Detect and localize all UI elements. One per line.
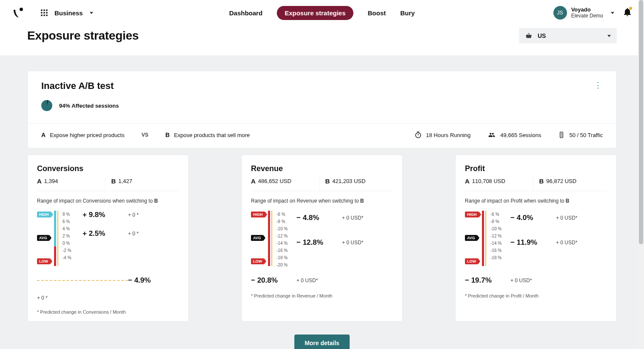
letter-b: B — [165, 132, 170, 138]
conversions-b-value: 1,427 — [118, 178, 132, 184]
variant-b-desc: Expose products that sell more — [174, 132, 250, 138]
avg-tag: AVG — [251, 235, 263, 241]
chevron-down-icon — [607, 35, 611, 37]
revenue-title: Revenue — [251, 164, 393, 173]
nav-exposure-strategies[interactable]: Exposure strategies — [277, 6, 353, 20]
profit-low-pct: − 19.7% — [465, 276, 510, 285]
market-select[interactable]: US — [519, 28, 617, 43]
profit-avg-pred: + 0 USD* — [556, 240, 607, 246]
running-time-text: 18 Hours Running — [426, 132, 471, 138]
conversions-avg-pred: + 0 * — [128, 231, 179, 237]
conversions-avg-pct: + 2.5% — [83, 229, 128, 238]
top-bar: Business Dashboard Exposure strategies B… — [0, 0, 644, 26]
svg-point-5 — [561, 136, 562, 137]
revenue-low-pred: + 0 USD* — [296, 277, 342, 283]
notification-dot — [629, 7, 632, 10]
scrollbar[interactable] — [638, 0, 644, 349]
high-tag: HIGH — [37, 212, 51, 217]
letter-b: B — [325, 177, 330, 185]
ab-test-title: Inactive A/B test — [41, 80, 603, 92]
basket-icon — [525, 32, 533, 39]
people-icon — [487, 132, 496, 138]
chevron-down-icon — [611, 12, 614, 14]
high-tag: HIGH — [251, 212, 265, 217]
affected-sessions-text: 94% Affected sessions — [59, 103, 119, 109]
profit-b-value: 96,872 USD — [546, 178, 576, 184]
notifications-button[interactable] — [624, 8, 631, 18]
account-switcher[interactable]: JS Voyado Elevate Demo — [553, 6, 614, 20]
affected-sessions: 94% Affected sessions — [41, 100, 603, 123]
apps-icon — [41, 9, 48, 16]
variant-a: A Expose higher priced products — [41, 132, 125, 138]
revenue-footnote: * Predicted change in Revenue / Month — [251, 293, 393, 298]
variant-b: B Expose products that sell more — [165, 132, 250, 138]
main-nav: Dashboard Exposure strategies Boost Bury — [229, 6, 415, 20]
profit-avg-pct: − 11.9% — [510, 238, 556, 247]
low-tag: LOW — [251, 258, 264, 264]
conversions-high-pct: + 9.8% — [83, 211, 128, 219]
more-details-button[interactable]: More details — [294, 335, 350, 349]
conversions-card: Conversions A1,394 B1,427 Range of impac… — [27, 154, 189, 322]
ab-test-card: ⋮ Inactive A/B test 94% Affected session… — [27, 71, 617, 149]
traffic-split: 50 / 50 Traffic — [558, 131, 603, 139]
traffic-text: 50 / 50 Traffic — [569, 132, 603, 138]
letter-a: A — [251, 177, 256, 185]
revenue-b-value: 421,203 USD — [332, 178, 365, 184]
profit-card: Profit A110,708 USD B96,872 USD Range of… — [455, 154, 617, 322]
card-menu-button[interactable]: ⋮ — [594, 80, 603, 90]
low-tag: LOW — [465, 258, 478, 264]
nav-boost[interactable]: Boost — [368, 9, 386, 17]
business-switcher[interactable]: Business — [41, 9, 93, 17]
brand-logo — [13, 7, 24, 18]
svg-point-3 — [561, 133, 562, 134]
running-time: 18 Hours Running — [414, 131, 471, 139]
avg-tag: AVG — [37, 235, 49, 241]
profit-a-value: 110,708 USD — [472, 178, 505, 184]
pie-icon — [41, 100, 52, 111]
conversions-a-value: 1,394 — [44, 178, 58, 184]
account-env: Elevate Demo — [571, 13, 603, 19]
revenue-high-pct: − 4.8% — [296, 214, 342, 222]
content-area: ⋮ Inactive A/B test 94% Affected session… — [0, 55, 644, 349]
account-org: Voyado — [571, 7, 603, 13]
variant-a-desc: Expose higher priced products — [50, 132, 125, 138]
sessions-text: 49,665 Sessions — [500, 132, 541, 138]
sessions-count: 49,665 Sessions — [487, 132, 541, 138]
business-label: Business — [54, 9, 83, 17]
letter-a: A — [465, 177, 470, 185]
profit-title: Profit — [465, 164, 607, 173]
profit-impact-label: Range of impact on Profit when switching… — [465, 198, 607, 204]
nav-bury[interactable]: Bury — [400, 9, 415, 17]
page-title: Exposure strategies — [27, 29, 139, 43]
profit-low-pred: + 0 USD* — [510, 277, 556, 283]
timer-icon — [414, 131, 422, 139]
profit-high-pct: − 4.0% — [510, 214, 556, 222]
low-tag: LOW — [37, 258, 50, 264]
revenue-high-pred: + 0 USD* — [342, 215, 393, 221]
revenue-avg-pred: + 0 USD* — [342, 240, 393, 246]
vs-label: VS — [142, 132, 148, 138]
avatar: JS — [553, 6, 567, 20]
profit-footnote: * Predicted change in Profit / Month — [465, 293, 607, 298]
profit-scale: -6 %-8 %-10 %-12 %-14 %-16 %-18 % — [490, 211, 502, 261]
conversions-scale: 8 %6 %4 %2 %0 %-2 %-4 % — [63, 211, 71, 261]
market-label: US — [538, 32, 546, 39]
avg-tag: AVG — [465, 235, 477, 241]
revenue-sparkline: HIGH AVG LOW -6 %-8 %-10 %-12 %-14 %-16 … — [251, 211, 296, 266]
svg-point-0 — [20, 8, 23, 11]
conversions-title: Conversions — [37, 164, 179, 173]
svg-point-4 — [561, 134, 562, 135]
conversions-sparkline: HIGH AVG LOW 8 %6 %4 %2 %0 %-2 %-4 % — [37, 211, 83, 266]
profit-high-pred: + 0 USD* — [556, 215, 607, 221]
conversions-low-pct: − 4.9% — [128, 276, 179, 285]
conversions-low-pred: + 0 * — [37, 295, 83, 301]
revenue-scale: -6 %-8 %-10 %-12 %-14 %-16 %-18 %-20 % — [276, 211, 288, 269]
conversions-impact-label: Range of impact on Conversions when swit… — [37, 198, 179, 204]
nav-dashboard[interactable]: Dashboard — [229, 9, 262, 17]
zero-line — [37, 280, 128, 281]
chevron-down-icon — [90, 12, 93, 14]
revenue-card: Revenue A486,652 USD B421,203 USD Range … — [241, 154, 403, 322]
user-block: JS Voyado Elevate Demo — [553, 6, 631, 20]
ab-test-meta: A Expose higher priced products VS B Exp… — [28, 123, 616, 148]
conversions-high-pred: + 0 * — [128, 212, 179, 218]
